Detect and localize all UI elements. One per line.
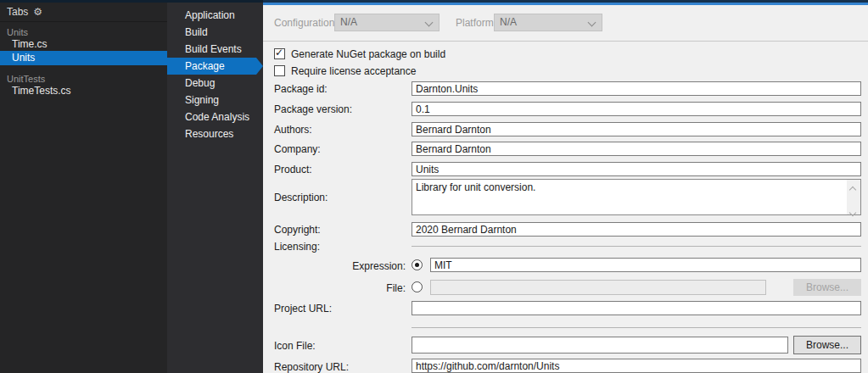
licensing-separator [412,246,861,247]
icon-file-label: Icon File: [274,340,316,352]
chevron-down-icon [425,19,434,27]
authors-label: Authors: [274,124,312,136]
menu-item-build[interactable]: Build [167,24,263,41]
sidebar-item-timetests-cs[interactable]: TimeTests.cs [0,85,167,97]
platform-value: N/A [500,16,517,28]
configuration-label: Configuration: [274,17,338,29]
package-id-input[interactable] [412,81,861,96]
section-separator [412,327,861,328]
require-license-label: Require license acceptance [291,65,416,77]
properties-menu-list: ApplicationBuildBuild EventsPackageDebug… [167,7,263,142]
sidebar-item-time-cs[interactable]: Time.cs [0,38,167,51]
gear-icon[interactable]: ⚙ [33,3,42,21]
licensing-label: Licensing: [274,241,320,253]
configuration-value: N/A [340,16,357,28]
scroll-up-icon[interactable] [850,183,857,190]
menu-item-debug[interactable]: Debug [167,75,263,92]
menu-item-build-events[interactable]: Build Events [167,41,263,58]
copyright-label: Copyright: [274,224,321,236]
product-label: Product: [274,164,312,175]
checkmark-icon: ✓ [275,47,283,58]
sidebar-header: Tabs⚙ [0,3,167,22]
tabs-sidebar: Tabs⚙ UnitsTime.csUnitsUnitTestsTimeTest… [0,0,167,373]
menu-item-package[interactable]: Package [167,58,256,75]
chevron-down-icon [588,19,596,27]
radio-dot [415,263,419,267]
description-scrollbar[interactable] [847,180,860,214]
package-version-label: Package version: [274,103,352,115]
project-url-label: Project URL: [274,303,332,315]
generate-nuget-label: Generate NuGet package on build [291,48,445,60]
icon-file-browse-button[interactable]: Browse... [793,336,861,354]
package-version-input[interactable] [412,102,861,116]
company-label: Company: [274,143,321,155]
company-input[interactable] [412,142,861,156]
platform-label: Platform: [456,17,496,29]
license-expression-label: Expression: [274,260,406,272]
authors-input[interactable] [412,122,861,136]
repository-url-input[interactable] [412,359,861,373]
icon-file-input[interactable] [412,337,788,354]
menu-item-resources[interactable]: Resources [167,125,263,142]
menu-item-application[interactable]: Application [167,7,263,24]
menu-item-signing[interactable]: Signing [167,92,263,109]
product-input[interactable] [412,162,861,176]
project-properties-menu: ApplicationBuildBuild EventsPackageDebug… [167,0,263,373]
sidebar-title: Tabs [7,6,28,18]
panel-top-accent-blue [263,3,868,5]
require-license-checkbox[interactable]: ✓ [274,65,285,76]
menu-item-code-analysis[interactable]: Code Analysis [167,109,263,125]
license-file-input [430,280,766,295]
toolbar-separator [263,41,868,42]
sidebar-item-units[interactable]: Units [0,51,167,65]
copyright-input[interactable] [412,222,861,237]
platform-dropdown: N/A [494,14,602,31]
description-label: Description: [274,192,328,203]
sidebar-group-label-units: Units [0,26,167,38]
sidebar-tab-list: UnitsTime.csUnitsUnitTestsTimeTests.cs [0,24,167,97]
license-file-label: File: [274,282,406,294]
description-text: Library for unit conversion. [416,181,843,193]
generate-nuget-checkbox[interactable]: ✓ [274,48,285,59]
repository-url-label: Repository URL: [274,361,349,373]
package-properties-panel: Configuration: N/A Platform: N/A ✓ Gener… [263,0,868,373]
package-id-label: Package id: [274,83,328,95]
license-expression-input[interactable] [430,258,861,272]
project-url-input[interactable] [412,301,861,315]
sidebar-group-label-unittests: UnitTests [0,73,167,85]
window-top-edge [0,0,263,3]
license-expression-radio[interactable] [412,259,423,270]
description-textarea[interactable]: Library for unit conversion. [412,179,861,215]
license-file-browse-button: Browse... [793,279,861,296]
scroll-down-icon[interactable] [850,206,857,213]
configuration-dropdown: N/A [334,14,440,31]
license-file-radio[interactable] [412,281,423,292]
